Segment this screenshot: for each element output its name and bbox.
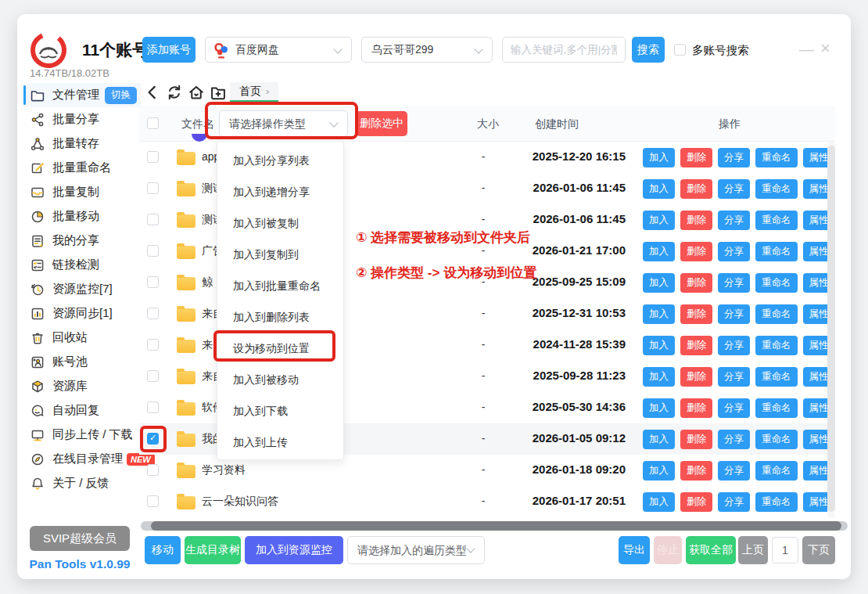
platform-select[interactable]: 百度网盘: [205, 37, 352, 63]
sidebar-item[interactable]: 文件管理 切换: [23, 83, 141, 107]
row-rename-button[interactable]: 重命名: [755, 430, 798, 449]
menu-item[interactable]: 加入到删除列表: [217, 301, 343, 333]
sidebar-item[interactable]: 关于 / 反馈: [23, 471, 141, 495]
row-rename-button[interactable]: 重命名: [755, 336, 798, 355]
home-icon[interactable]: [188, 84, 205, 101]
row-delete-button[interactable]: 删除: [680, 273, 712, 293]
menu-item[interactable]: 加入到批量重命名: [217, 270, 343, 301]
file-name[interactable]: 学习资料: [202, 463, 246, 477]
row-share-button[interactable]: 分享: [718, 148, 750, 167]
sidebar-item[interactable]: 账号池: [23, 350, 141, 374]
back-icon[interactable]: [144, 84, 161, 101]
row-checkbox[interactable]: [147, 151, 159, 163]
row-add-button[interactable]: 加入: [643, 461, 675, 481]
row-share-button[interactable]: 分享: [718, 367, 750, 387]
delete-selected-button[interactable]: 删除选中: [356, 111, 407, 136]
minimize-button[interactable]: —: [799, 41, 814, 58]
row-delete-button[interactable]: 删除: [680, 179, 712, 199]
row-delete-button[interactable]: 删除: [680, 492, 712, 512]
row-share-button[interactable]: 分享: [718, 492, 750, 512]
next-page-button[interactable]: 下页: [802, 536, 835, 564]
sidebar-item[interactable]: 资源监控[7]: [23, 277, 141, 301]
row-rename-button[interactable]: 重命名: [755, 273, 798, 293]
menu-item[interactable]: 设为移动到位置: [217, 333, 343, 364]
tab-home[interactable]: 首页 ›: [230, 82, 278, 103]
search-input[interactable]: [502, 37, 626, 63]
row-rename-button[interactable]: 重命名: [755, 398, 798, 418]
refresh-icon[interactable]: [166, 84, 183, 101]
menu-item[interactable]: 加入到递增分享: [217, 176, 343, 207]
generate-tree-button[interactable]: 生成目录树: [185, 536, 241, 564]
select-all-checkbox[interactable]: [147, 117, 159, 129]
vertical-scrollbar-thumb[interactable]: [827, 146, 835, 512]
multi-account-checkbox[interactable]: [674, 44, 686, 56]
page-number-input[interactable]: 1: [772, 537, 798, 563]
row-rename-button[interactable]: 重命名: [755, 211, 798, 230]
get-all-button[interactable]: 获取全部: [686, 536, 736, 564]
row-share-button[interactable]: 分享: [718, 211, 750, 230]
row-rename-button[interactable]: 重命名: [755, 492, 798, 512]
menu-item[interactable]: 加入到被移动: [217, 364, 343, 395]
sidebar-item[interactable]: 在线目录管理 NEW: [23, 447, 141, 471]
sidebar-item[interactable]: 批量分享: [23, 107, 141, 131]
row-delete-button[interactable]: 删除: [680, 398, 712, 418]
row-delete-button[interactable]: 删除: [680, 148, 712, 167]
row-checkbox[interactable]: [147, 182, 159, 194]
prev-page-button[interactable]: 上页: [738, 536, 768, 564]
switch-badge[interactable]: 切换: [105, 87, 137, 104]
sidebar-item[interactable]: 批量复制: [23, 180, 141, 204]
row-add-button[interactable]: 加入: [643, 492, 675, 512]
row-add-button[interactable]: 加入: [643, 398, 675, 418]
row-rename-button[interactable]: 重命名: [755, 242, 798, 261]
row-add-button[interactable]: 加入: [643, 148, 675, 167]
row-add-button[interactable]: 加入: [643, 304, 675, 324]
file-name[interactable]: 鲸: [202, 275, 213, 290]
sidebar-item[interactable]: 同步上传 / 下载: [23, 423, 141, 447]
add-to-monitor-button[interactable]: 加入到资源监控: [245, 536, 343, 564]
row-rename-button[interactable]: 重命名: [755, 179, 798, 199]
sidebar-item[interactable]: 链接检测: [23, 253, 141, 277]
close-button[interactable]: ×: [820, 38, 830, 59]
row-rename-button[interactable]: 重命名: [755, 367, 798, 387]
vertical-scrollbar[interactable]: [827, 142, 835, 518]
row-rename-button[interactable]: 重命名: [755, 304, 798, 324]
row-checkbox[interactable]: [147, 433, 159, 445]
row-add-button[interactable]: 加入: [643, 430, 675, 449]
row-rename-button[interactable]: 重命名: [755, 461, 798, 481]
row-delete-button[interactable]: 删除: [680, 304, 712, 324]
row-checkbox[interactable]: [147, 308, 159, 319]
horizontal-scrollbar-thumb[interactable]: [151, 521, 841, 531]
search-button[interactable]: 搜索: [632, 37, 665, 63]
sidebar-item[interactable]: 回收站: [23, 326, 141, 350]
row-delete-button[interactable]: 删除: [680, 336, 712, 355]
row-share-button[interactable]: 分享: [718, 304, 750, 324]
row-checkbox[interactable]: [147, 214, 159, 225]
stop-button[interactable]: 停止: [654, 536, 682, 564]
horizontal-scrollbar[interactable]: [141, 521, 848, 531]
row-add-button[interactable]: 加入: [643, 242, 675, 261]
operation-type-select[interactable]: 请选择操作类型: [219, 110, 348, 137]
move-button[interactable]: 移动: [145, 536, 181, 564]
svip-button[interactable]: SVIP超级会员: [30, 526, 130, 551]
menu-item[interactable]: 加入到分享列表: [217, 145, 343, 176]
sidebar-item[interactable]: 我的分享: [23, 229, 141, 253]
add-account-button[interactable]: 添加账号: [142, 37, 195, 63]
file-name[interactable]: 云一朵知识问答: [202, 495, 278, 509]
row-add-button[interactable]: 加入: [643, 211, 675, 230]
new-folder-icon[interactable]: [210, 84, 227, 101]
row-checkbox[interactable]: [147, 401, 159, 413]
row-add-button[interactable]: 加入: [643, 273, 675, 293]
row-delete-button[interactable]: 删除: [680, 242, 712, 261]
row-share-button[interactable]: 分享: [718, 273, 750, 293]
export-button[interactable]: 导出: [619, 536, 650, 564]
row-checkbox[interactable]: [147, 464, 159, 476]
row-delete-button[interactable]: 删除: [680, 211, 712, 230]
row-rename-button[interactable]: 重命名: [755, 148, 798, 167]
row-add-button[interactable]: 加入: [643, 367, 675, 387]
sidebar-item[interactable]: 批量转存: [23, 131, 141, 156]
row-checkbox[interactable]: [147, 495, 159, 507]
sidebar-item[interactable]: 资源同步[1]: [23, 301, 141, 326]
menu-item[interactable]: 加入到上传: [217, 427, 343, 458]
row-add-button[interactable]: 加入: [643, 179, 675, 199]
row-share-button[interactable]: 分享: [718, 430, 750, 449]
